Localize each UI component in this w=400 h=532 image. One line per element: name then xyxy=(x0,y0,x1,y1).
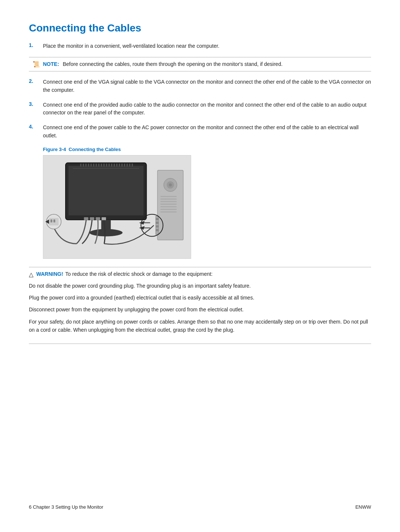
warning-para-3: Disconnect power from the equipment by u… xyxy=(29,305,371,314)
svg-rect-41 xyxy=(160,198,177,200)
warning-para-1: Do not disable the power cord grounding … xyxy=(29,282,371,290)
svg-rect-17 xyxy=(114,163,115,166)
svg-rect-4 xyxy=(80,163,81,166)
page: Connecting the Cables 1. Place the monit… xyxy=(0,0,400,532)
svg-rect-10 xyxy=(96,163,97,166)
svg-rect-11 xyxy=(98,163,99,166)
svg-rect-18 xyxy=(116,163,117,166)
step-4-number: 4. xyxy=(29,124,43,130)
svg-rect-23 xyxy=(129,163,130,166)
svg-rect-33 xyxy=(50,219,52,222)
step-1-number: 1. xyxy=(29,42,43,48)
step-4-text: Connect one end of the power cable to th… xyxy=(43,124,371,140)
svg-point-26 xyxy=(90,229,123,236)
svg-rect-50 xyxy=(156,225,159,227)
note-box: 📜 NOTE: Before connecting the cables, ro… xyxy=(29,57,371,72)
svg-rect-51 xyxy=(156,229,159,231)
svg-rect-42 xyxy=(160,201,177,202)
svg-rect-9 xyxy=(93,163,94,166)
warning-label: WARNING! xyxy=(36,271,63,277)
main-content: Connecting the Cables 1. Place the monit… xyxy=(29,22,371,501)
svg-rect-6 xyxy=(86,163,87,166)
step-2-number: 2. xyxy=(29,78,43,84)
step-2: 2. Connect one end of the VGA signal cab… xyxy=(29,78,371,94)
svg-rect-2 xyxy=(69,165,144,215)
svg-rect-5 xyxy=(83,163,84,166)
footer-right: ENWW xyxy=(355,504,371,510)
svg-rect-28 xyxy=(90,217,94,220)
page-title: Connecting the Cables xyxy=(29,22,371,34)
svg-rect-19 xyxy=(119,163,120,166)
svg-rect-43 xyxy=(160,204,177,205)
svg-rect-45 xyxy=(160,208,177,210)
step-4: 4. Connect one end of the power cable to… xyxy=(29,124,371,140)
monitor-illustration xyxy=(43,155,191,258)
note-icon: 📜 xyxy=(33,61,40,68)
warning-box: △ WARNING! To reduce the risk of electri… xyxy=(29,267,371,344)
svg-rect-15 xyxy=(109,163,110,166)
step-3-number: 3. xyxy=(29,101,43,107)
step-1: 1. Place the monitor in a convenient, we… xyxy=(29,42,371,50)
warning-para-4: For your safety, do not place anything o… xyxy=(29,318,371,334)
svg-rect-24 xyxy=(132,163,133,166)
svg-rect-40 xyxy=(160,196,177,197)
svg-rect-16 xyxy=(111,163,112,166)
step-3-text: Connect one end of the provided audio ca… xyxy=(43,101,371,117)
warning-para-2: Plug the power cord into a grounded (ear… xyxy=(29,294,371,302)
svg-rect-21 xyxy=(124,163,125,166)
step-3: 3. Connect one end of the provided audio… xyxy=(29,101,371,117)
svg-rect-49 xyxy=(156,221,159,224)
note-text: Before connecting the cables, route them… xyxy=(63,61,282,67)
warning-triangle-icon: △ xyxy=(29,271,33,278)
figure-container xyxy=(43,155,191,259)
svg-rect-22 xyxy=(127,163,128,166)
svg-rect-30 xyxy=(101,217,106,220)
svg-rect-12 xyxy=(101,163,102,166)
svg-rect-27 xyxy=(84,217,89,220)
svg-point-39 xyxy=(169,183,172,186)
svg-rect-20 xyxy=(121,163,123,166)
svg-rect-7 xyxy=(88,163,89,166)
step-1-text: Place the monitor in a convenient, well-… xyxy=(43,42,371,50)
footer-left: 6 Chapter 3 Setting Up the Monitor xyxy=(29,504,103,510)
svg-rect-46 xyxy=(160,211,177,212)
note-content: NOTE: Before connecting the cables, rout… xyxy=(43,60,283,68)
svg-rect-14 xyxy=(106,163,107,166)
figure-label: Figure 3-4 Connecting the Cables xyxy=(43,147,371,152)
svg-rect-34 xyxy=(53,219,55,222)
svg-rect-44 xyxy=(160,206,177,207)
step-2-text: Connect one end of the VGA signal cable … xyxy=(43,78,371,94)
svg-rect-48 xyxy=(156,218,159,220)
note-label: NOTE: xyxy=(43,61,59,67)
svg-rect-8 xyxy=(91,163,92,166)
svg-rect-13 xyxy=(103,163,104,166)
svg-rect-29 xyxy=(96,217,100,220)
warning-header-text: To reduce the risk of electric shock or … xyxy=(65,271,213,277)
page-footer: 6 Chapter 3 Setting Up the Monitor ENWW xyxy=(29,501,371,510)
warning-header: △ WARNING! To reduce the risk of electri… xyxy=(29,271,371,278)
